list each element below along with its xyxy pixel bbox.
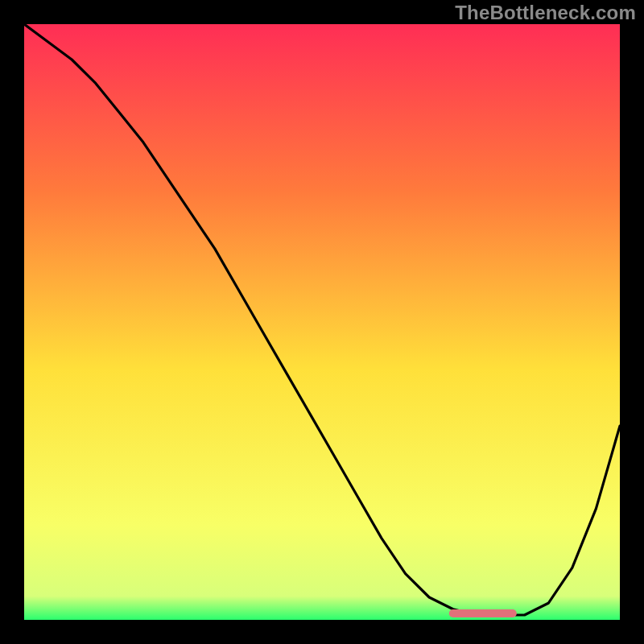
watermark-text: TheBottleneck.com [455, 2, 636, 24]
chart-frame: TheBottleneck.com [0, 0, 644, 644]
plot-area [24, 24, 620, 620]
bottleneck-curve [24, 24, 620, 620]
